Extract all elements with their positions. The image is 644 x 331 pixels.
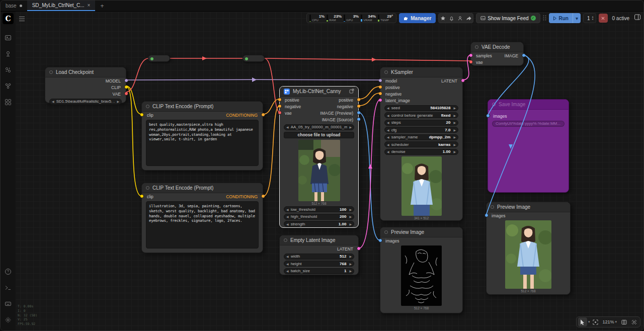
profile-icon[interactable] (456, 14, 464, 23)
stepper-arrows-icon[interactable]: ▲▼ (592, 16, 594, 21)
images-input-port[interactable] (486, 114, 490, 118)
model-input-port[interactable] (378, 78, 382, 82)
width-widget[interactable]: ◀width 512▶ (284, 254, 354, 260)
high-threshold-widget[interactable]: ◀high_threshold 200▶ (284, 214, 354, 220)
node-ctrlnet-canny[interactable]: MyLib-CtrlNet_Canny positive positive ne… (279, 86, 359, 228)
model-port[interactable] (124, 78, 128, 82)
run-button[interactable]: Run ▾ (549, 13, 581, 23)
collapsed-dot-icon[interactable] (150, 57, 153, 60)
settings-gear-icon[interactable] (2, 313, 15, 326)
node-vae-decode[interactable]: VAE Decode samples IMAGE vae (470, 42, 524, 66)
cancel-run-button[interactable]: ✕ (599, 14, 608, 23)
collapse-dot-icon[interactable] (384, 70, 388, 74)
collapse-dot-icon[interactable] (492, 103, 496, 106)
ckpt-name-combo[interactable]: ◀ SD1.5\beautifulRealistic_brav5. ... ▶ (49, 99, 122, 105)
reroute-node-1[interactable] (148, 55, 170, 62)
prompt-textarea[interactable]: best quality,masterpiece,ultra high res,… (146, 120, 259, 166)
show-image-feed-button[interactable]: Show Image Feed ✓ (476, 13, 540, 23)
collapse-dot-icon[interactable] (284, 238, 287, 242)
manager-button[interactable]: Manager (399, 13, 436, 23)
denoise-widget[interactable]: ◀denoise 1.00▶ (384, 149, 458, 155)
prompt-textarea[interactable]: illustration, 3d, sepia, painting, carto… (146, 201, 259, 249)
node-preview-image-final[interactable]: Preview Image images 512 × 7 (486, 202, 571, 295)
image-preview-output-port[interactable] (357, 111, 361, 115)
shortcuts-icon[interactable] (2, 297, 15, 310)
close-tab-icon[interactable]: × (88, 3, 91, 8)
star-icon[interactable] (439, 14, 447, 23)
scheduler-widget[interactable]: ◀scheduler karras▶ (384, 141, 458, 147)
fit-view-button[interactable] (591, 317, 600, 326)
next-option-icon[interactable]: ▶ (347, 125, 354, 129)
clip-input-port[interactable] (140, 194, 144, 198)
conditioning-port[interactable] (261, 194, 265, 198)
conditioning-port[interactable] (261, 113, 265, 117)
samples-input-port[interactable] (469, 53, 473, 57)
help-icon[interactable] (2, 265, 15, 278)
steps-widget[interactable]: ◀steps 20▶ (384, 120, 458, 126)
clip-port[interactable] (124, 85, 128, 89)
positive-output-port[interactable] (357, 98, 361, 102)
image-output-port[interactable] (522, 53, 526, 57)
seed-widget[interactable]: ◀seed 584105828▶ (384, 105, 458, 111)
focus-mode-button[interactable] (629, 317, 638, 326)
negative-input-port[interactable] (378, 92, 382, 96)
images-input-port[interactable] (378, 238, 382, 242)
select-tool-button[interactable] (578, 317, 587, 326)
toggle-panel-icon[interactable] (634, 14, 641, 23)
drag-handle-icon[interactable] (543, 15, 546, 22)
templates-icon[interactable] (2, 96, 15, 109)
collapse-dot-icon[interactable] (491, 205, 494, 209)
low-threshold-widget[interactable]: ◀low_threshold 100▶ (284, 206, 354, 212)
filename-prefix-widget[interactable]: ComfyUI/%date:yyyy%-%date:MM... (492, 121, 565, 127)
image-file-combo[interactable]: ◀ AA_05_try_00000_m_00001_m... ▶ (284, 124, 354, 130)
collapse-dot-icon[interactable] (475, 45, 478, 49)
collapsed-dot-icon[interactable] (245, 57, 248, 60)
minimap-toggle-button[interactable] (619, 317, 628, 326)
reroute-node-2[interactable] (243, 55, 265, 62)
open-external-icon[interactable] (349, 89, 354, 95)
node-ksampler[interactable]: KSampler model LATENT positive negative … (380, 67, 463, 221)
node-preview-image-canny[interactable]: Preview Image images 512 × 768 (380, 227, 463, 313)
prev-option-icon[interactable]: ◀ (50, 100, 56, 103)
collapse-dot-icon[interactable] (49, 70, 53, 74)
new-tab-button[interactable]: + (95, 1, 109, 11)
node-save-image-bypassed[interactable]: Save Image images ComfyUI/%date:yyyy%-%d… (488, 99, 569, 193)
latent-input-port[interactable] (378, 98, 382, 102)
menu-toggle-icon[interactable] (19, 15, 25, 24)
model-library-icon[interactable] (2, 63, 15, 76)
node-clip-text-encode-positive[interactable]: CLIP Text Encode (Prompt) clip CONDITION… (141, 101, 263, 171)
vae-input-port[interactable] (469, 60, 473, 64)
share-icon[interactable] (464, 14, 473, 23)
zoom-level-button[interactable]: 121% ▾ (601, 317, 618, 326)
run-options-chevron-icon[interactable]: ▾ (573, 13, 581, 23)
vae-input-port[interactable] (278, 111, 282, 115)
tool-chevron-icon[interactable]: ▾ (588, 320, 590, 324)
tab-base[interactable]: base (1, 1, 27, 11)
upload-button[interactable]: choose file to upload (284, 132, 354, 138)
terminal-icon[interactable] (2, 281, 15, 294)
latent-output-port[interactable] (461, 78, 465, 82)
batch-count-input[interactable]: 1 ▲▼ (583, 13, 596, 23)
node-empty-latent-image[interactable]: Empty Latent Image LATENT ◀width 512▶ ◀h… (279, 235, 359, 275)
queue-icon[interactable] (2, 31, 15, 44)
prev-option-icon[interactable]: ◀ (284, 125, 291, 129)
cfg-widget[interactable]: ◀cfg 7.0▶ (384, 127, 458, 133)
latent-output-port[interactable] (357, 246, 361, 251)
feed-enabled-toggle-icon[interactable]: ✓ (531, 16, 536, 21)
node-clip-text-encode-negative[interactable]: CLIP Text Encode (Prompt) clip CONDITION… (141, 183, 263, 253)
clip-input-port[interactable] (140, 113, 144, 117)
vae-port[interactable] (124, 92, 128, 96)
negative-output-port[interactable] (357, 104, 361, 108)
workflows-icon[interactable] (2, 79, 15, 93)
node-library-icon[interactable] (2, 47, 15, 60)
collapse-dot-icon[interactable] (146, 186, 149, 190)
height-widget[interactable]: ◀height 768▶ (284, 261, 354, 267)
positive-input-port[interactable] (278, 98, 282, 102)
strength-widget[interactable]: ◀strength 1.00▶ (284, 221, 354, 227)
negative-input-port[interactable] (278, 104, 282, 108)
next-option-icon[interactable]: ▶ (115, 100, 121, 103)
bell-icon[interactable] (447, 14, 456, 23)
control-before-generate-widget[interactable]: ◀control before generate fixed▶ (384, 112, 458, 118)
tab-active-workflow[interactable]: SD_MyLib_CtrlNet_C... × (27, 1, 96, 11)
sampler-name-widget[interactable]: ◀sampler_name dpmpp_2m▶ (384, 134, 458, 140)
